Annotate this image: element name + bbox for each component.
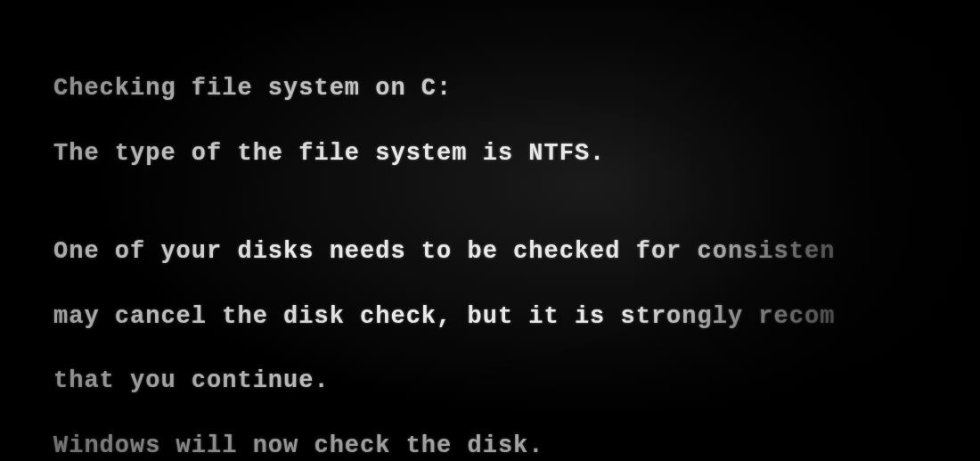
console-line: Checking file system on C:	[53, 72, 980, 104]
console-line: that you continue.	[53, 365, 980, 397]
console-line: One of your disks needs to be checked fo…	[53, 235, 980, 268]
console-line: The type of the file system is NTFS.	[53, 137, 980, 169]
console-line: Windows will now check the disk.	[53, 430, 980, 461]
console-line: may cancel the disk check, but it is str…	[53, 300, 980, 333]
boot-console: Checking file system on C: The type of t…	[0, 0, 980, 461]
